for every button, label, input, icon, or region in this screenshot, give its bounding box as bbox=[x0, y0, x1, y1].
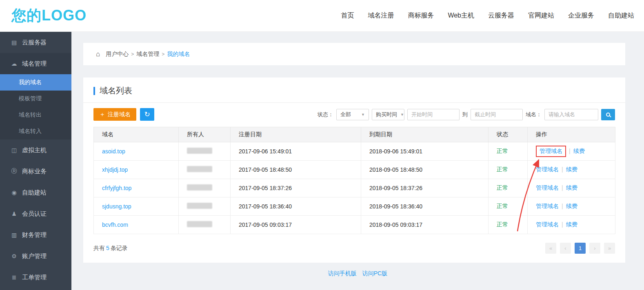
sidebar-item[interactable]: ♟会员认证 bbox=[0, 203, 71, 224]
domain-link[interactable]: sjdusng.top bbox=[102, 203, 131, 210]
domain-cell: asoid.top bbox=[94, 142, 179, 161]
start-date-input[interactable] bbox=[407, 109, 460, 120]
sidebar-item-label: 域名转入 bbox=[19, 128, 42, 135]
top-nav-item[interactable]: 云服务器 bbox=[488, 11, 514, 20]
column-header: 所有人 bbox=[179, 127, 231, 142]
expire-date-cell: 2018-09-05 09:03:17 bbox=[361, 216, 489, 234]
register-domain-button[interactable]: ＋ 注册域名 bbox=[93, 108, 136, 121]
to-label: 到 bbox=[462, 111, 468, 118]
top-nav-item[interactable]: 企业服务 bbox=[568, 11, 594, 20]
sidebar-item[interactable]: ▤云服务器 bbox=[0, 32, 71, 53]
sidebar-item[interactable]: 域名转出 bbox=[0, 107, 71, 123]
owner-cell bbox=[179, 179, 231, 197]
status-cell: 正常 bbox=[489, 161, 528, 179]
renew-link[interactable]: 续费 bbox=[566, 166, 577, 173]
sidebar-item-label: 财务管理 bbox=[22, 231, 47, 239]
status-cell: 正常 bbox=[489, 179, 528, 197]
manage-domain-link[interactable]: 管理域名 bbox=[536, 221, 559, 228]
manage-domain-link[interactable]: 管理域名 bbox=[536, 203, 559, 209]
top-nav-item[interactable]: 官网建站 bbox=[528, 11, 554, 20]
table-row: cfrfyjfgh.top2017-09-05 18:37:262018-09-… bbox=[94, 179, 615, 197]
toolbar: ＋ 注册域名 ↻ 状态： 全部 ▼ 购买时间 ▼ 到 bbox=[83, 103, 625, 126]
page-button[interactable]: 1 bbox=[575, 243, 586, 254]
sidebar-item[interactable]: 我的域名 bbox=[0, 74, 71, 91]
sidebar-item[interactable]: ≣工单管理 bbox=[0, 267, 71, 288]
domain-table: 域名所有人注册日期到期日期状态操作 asoid.top2017-09-06 15… bbox=[93, 127, 615, 234]
renew-link[interactable]: 续费 bbox=[566, 184, 577, 191]
top-nav-item[interactable]: 商标服务 bbox=[408, 11, 434, 20]
manage-domain-link[interactable]: 管理域名 bbox=[536, 166, 559, 173]
sidebar-item[interactable]: ◉自助建站 bbox=[0, 182, 71, 203]
search-button[interactable] bbox=[601, 109, 615, 120]
sidebar-item[interactable]: ☁域名管理 bbox=[0, 53, 71, 74]
owner-cell bbox=[179, 197, 231, 216]
footer-links: 访问手机版访问PC版 bbox=[71, 270, 644, 277]
table-footer: 共有5条记录 «‹1›» bbox=[83, 234, 625, 254]
domain-link[interactable]: cfrfyjfgh.top bbox=[102, 185, 131, 191]
sidebar-item[interactable]: 域名转入 bbox=[0, 123, 71, 139]
table-row: xhjdjdj.top2017-09-05 18:48:502018-09-05… bbox=[94, 161, 615, 179]
sidebar-item-label: 域名管理 bbox=[22, 60, 47, 68]
top-nav-item[interactable]: 首页 bbox=[341, 11, 354, 20]
page-title: 域名列表 bbox=[100, 85, 132, 96]
renew-link[interactable]: 续费 bbox=[573, 148, 585, 154]
footer-link[interactable]: 访问手机版 bbox=[328, 270, 357, 277]
column-header: 到期日期 bbox=[361, 127, 489, 142]
sidebar-item[interactable]: ▥财务管理 bbox=[0, 224, 71, 246]
sidebar-item[interactable]: ◫虚拟主机 bbox=[0, 139, 71, 161]
status-filter-label: 状态： bbox=[318, 111, 333, 118]
domain-link[interactable]: asoid.top bbox=[102, 148, 125, 155]
status-cell: 正常 bbox=[489, 197, 528, 216]
vhost-icon: ◫ bbox=[11, 147, 18, 153]
breadcrumb-item[interactable]: 用户中心 bbox=[106, 51, 129, 57]
status-badge: 正常 bbox=[497, 148, 508, 154]
main-content: ⌂ 用户中心>域名管理>我的域名 域名列表 ＋ 注册域名 ↻ 状态： 全部 bbox=[71, 32, 644, 290]
title-accent-bar bbox=[93, 87, 95, 95]
breadcrumb-items: 用户中心>域名管理>我的域名 bbox=[103, 51, 192, 58]
renew-link[interactable]: 续费 bbox=[566, 203, 577, 209]
top-nav-item[interactable]: 自助建站 bbox=[608, 11, 634, 20]
domain-search-input[interactable] bbox=[544, 109, 598, 120]
top-nav-item[interactable]: Web主机 bbox=[448, 11, 474, 20]
breadcrumb-separator: > bbox=[131, 51, 134, 57]
sidebar-item-label: 会员认证 bbox=[22, 210, 47, 218]
footer-link[interactable]: 访问PC版 bbox=[362, 270, 387, 277]
ticket-icon: ≣ bbox=[11, 274, 18, 281]
register-date-cell: 2017-09-05 18:48:50 bbox=[231, 161, 361, 179]
status-select[interactable]: 全部 ▼ bbox=[336, 109, 369, 120]
refresh-button[interactable]: ↻ bbox=[140, 108, 154, 121]
owner-cell bbox=[179, 161, 231, 179]
page-button[interactable]: » bbox=[604, 243, 615, 254]
plus-icon: ＋ bbox=[99, 111, 105, 118]
sidebar-item-label: 模板管理 bbox=[19, 95, 42, 102]
status-badge: 正常 bbox=[497, 221, 508, 228]
time-type-select[interactable]: 购买时间 ▼ bbox=[372, 109, 404, 120]
owner-redacted-block bbox=[187, 166, 212, 172]
sidebar-item-label: 账户管理 bbox=[22, 252, 47, 260]
top-nav-item[interactable]: 域名注册 bbox=[368, 11, 394, 20]
sidebar-item-label: 域名转出 bbox=[19, 111, 42, 119]
page-button[interactable]: ‹ bbox=[560, 243, 571, 254]
renew-link[interactable]: 续费 bbox=[566, 221, 577, 228]
expire-date-cell: 2018-09-06 15:49:01 bbox=[361, 142, 489, 161]
end-date-input[interactable] bbox=[471, 109, 523, 120]
page-button[interactable]: › bbox=[589, 243, 600, 254]
sidebar-item[interactable]: ⚙账户管理 bbox=[0, 246, 71, 267]
domain-link[interactable]: bcvfh.com bbox=[102, 221, 128, 228]
domain-list-card: 域名列表 ＋ 注册域名 ↻ 状态： 全部 ▼ 购买时间 bbox=[83, 77, 625, 263]
domain-cell: sjdusng.top bbox=[94, 197, 179, 216]
sidebar-item[interactable]: Ⓡ商标业务 bbox=[0, 161, 71, 182]
breadcrumb-item[interactable]: 域名管理 bbox=[136, 51, 159, 57]
breadcrumb-item[interactable]: 我的域名 bbox=[167, 51, 190, 57]
sidebar-item-label: 自助建站 bbox=[22, 189, 47, 197]
pagination: «‹1›» bbox=[545, 243, 615, 254]
status-cell: 正常 bbox=[489, 142, 528, 161]
domain-link[interactable]: xhjdjdj.top bbox=[102, 166, 128, 173]
sidebar-item-label: 商标业务 bbox=[22, 168, 47, 175]
manage-domain-link[interactable]: 管理域名 bbox=[536, 184, 559, 191]
sidebar-item[interactable]: 模板管理 bbox=[0, 91, 71, 107]
page-button[interactable]: « bbox=[545, 243, 556, 254]
action-separator: | bbox=[562, 221, 563, 228]
manage-domain-link[interactable]: 管理域名 bbox=[536, 146, 566, 157]
register-date-cell: 2017-09-05 09:03:17 bbox=[231, 216, 361, 234]
